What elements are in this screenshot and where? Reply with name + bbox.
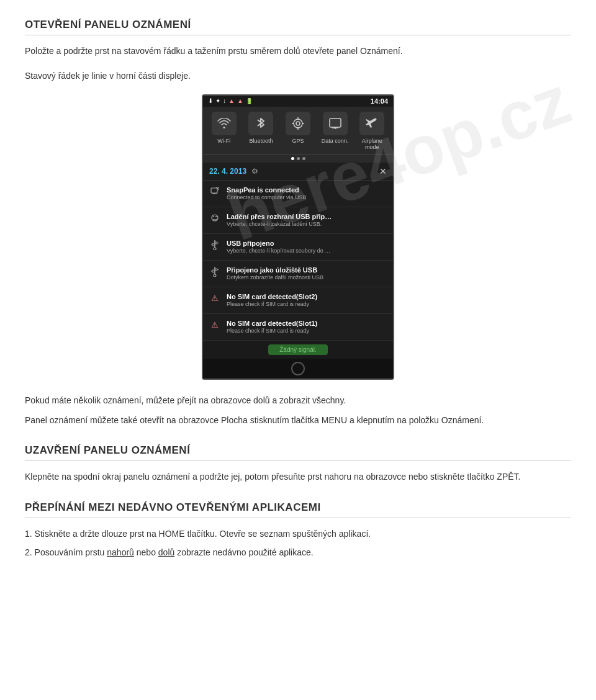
notif-item-debug[interactable]: Ladění přes rozhraní USB přip… Vyberte, … — [203, 207, 393, 234]
dot-1 — [291, 157, 294, 160]
notif-subtitle-usb2: Dotykem zobrazíte další možnosti USB — [227, 274, 323, 282]
qs-data-icon — [323, 112, 348, 135]
dot-3 — [302, 157, 305, 160]
svg-line-12 — [218, 187, 219, 188]
section3-item-1: 1. Stiskněte a držte dlouze prst na HOME… — [25, 527, 571, 541]
qs-wifi-label: Wi-Fi — [217, 138, 230, 144]
notif-title-sim2: No SIM card detected(Slot2) — [227, 292, 317, 301]
svg-rect-9 — [211, 188, 217, 193]
dot-2 — [297, 157, 300, 160]
status-icon-3: ↓ — [223, 97, 226, 104]
svg-rect-18 — [212, 243, 214, 246]
notif-subtitle-sim2: Please check if SIM card is ready — [227, 301, 317, 308]
notif-icon-warning1: ⚠ — [209, 320, 220, 330]
notif-icon-usb2 — [209, 267, 220, 279]
notif-item-snappea[interactable]: SnapPea is connected Connected to comput… — [203, 181, 393, 207]
notif-content-snappea: SnapPea is connected Connected to comput… — [227, 186, 307, 202]
intro-text-line2: Stavový řádek je linie v horní části dis… — [25, 69, 571, 83]
qs-bluetooth-icon — [248, 112, 273, 135]
svg-point-1 — [296, 122, 300, 125]
svg-point-15 — [213, 216, 214, 217]
status-icon-1: ⬇ — [208, 97, 213, 104]
notif-title-snappea: SnapPea is connected — [227, 186, 307, 194]
qs-wifi-icon — [212, 112, 237, 135]
svg-point-20 — [214, 248, 216, 250]
notif-subtitle-debug: Vyberte, chcete-li zakázat ladění USB. — [227, 221, 332, 228]
svg-rect-25 — [215, 269, 217, 271]
notif-subtitle-snappea: Connected to computer via USB — [227, 194, 307, 202]
phone-screenshot: ⬇ ✦ ↓ ▲ ▲ 🔋 14:04 Wi-Fi — [202, 94, 394, 380]
qs-gps-label: GPS — [292, 138, 304, 144]
notif-icon-usb1 — [209, 240, 220, 252]
qs-airplane-icon — [359, 112, 384, 135]
notif-item-usb2[interactable]: Připojeno jako úložiště USB Dotykem zobr… — [203, 261, 393, 287]
notif-item-usb1[interactable]: USB připojeno Vyberte, chcete-li kopírov… — [203, 234, 393, 261]
status-bar: ⬇ ✦ ↓ ▲ ▲ 🔋 14:04 — [203, 96, 393, 107]
notif-item-sim2[interactable]: ⚠ No SIM card detected(Slot2) Please che… — [203, 287, 393, 314]
section1-title: OTEVŘENÍ PANELU OZNÁMENÍ — [25, 19, 571, 35]
status-time: 14:04 — [371, 97, 388, 105]
settings-icon[interactable]: ⚙ — [251, 167, 258, 176]
svg-rect-19 — [215, 242, 217, 244]
after-image-text: Pokud máte několik oznámení, můžete přej… — [25, 393, 571, 407]
no-signal-btn: Žádný signál. — [268, 344, 327, 355]
section3-title: PŘEPÍNÁNÍ MEZI NEDÁVNO OTEVŘENÝMI APLIKA… — [25, 501, 571, 518]
qs-bluetooth-label: Bluetooth — [249, 138, 273, 144]
svg-rect-24 — [212, 270, 214, 272]
notif-title-debug: Ladění přes rozhraní USB přip… — [227, 212, 332, 221]
qs-gps-icon — [286, 112, 310, 135]
svg-point-14 — [212, 215, 218, 221]
notif-title-sim1: No SIM card detected(Slot1) — [227, 319, 317, 328]
date-close-icon[interactable]: ✕ — [379, 166, 387, 176]
date-row: 22. 4. 2013 ⚙ ✕ — [203, 163, 393, 181]
notif-content-sim2: No SIM card detected(Slot2) Please check… — [227, 292, 317, 308]
qs-gps[interactable]: GPS — [279, 112, 317, 150]
notif-content-sim1: No SIM card detected(Slot1) Please check… — [227, 319, 317, 335]
notif-title-usb1: USB připojeno — [227, 239, 330, 248]
notif-item-sim1[interactable]: ⚠ No SIM card detected(Slot1) Please che… — [203, 314, 393, 341]
notif-content-usb2: Připojeno jako úložiště USB Dotykem zobr… — [227, 266, 323, 282]
svg-point-16 — [215, 216, 217, 217]
qs-airplane-label: Airplane mode — [362, 138, 382, 150]
section3-item-2: 2. Posouváním prstu nahorů nebo dolů zob… — [25, 545, 571, 559]
battery-icon: 🔋 — [246, 98, 253, 104]
section2-title: UZAVŘENÍ PANELU OZNÁMENÍ — [25, 444, 571, 461]
qs-data[interactable]: Data conn. — [317, 112, 354, 150]
qs-wifi[interactable]: Wi-Fi — [205, 112, 243, 150]
home-row — [203, 359, 393, 379]
notif-icon-snappea — [209, 187, 220, 197]
notif-content-usb1: USB připojeno Vyberte, chcete-li kopírov… — [227, 239, 330, 255]
bottom-signal-bar: Žádný signál. — [203, 341, 393, 359]
panel-text: Panel oznámení můžete také otevřít na ob… — [25, 413, 571, 427]
notif-content-debug: Ladění přes rozhraní USB přip… Vyberte, … — [227, 212, 332, 228]
status-icon-4: ▲ — [228, 97, 235, 104]
notif-subtitle-usb1: Vyberte, chcete-li kopírovat soubory do … — [227, 248, 330, 255]
notif-icon-warning2: ⚠ — [209, 294, 220, 303]
svg-point-26 — [214, 274, 216, 277]
notif-subtitle-sim1: Please check if SIM card is ready — [227, 328, 317, 335]
qs-airplane[interactable]: Airplane mode — [353, 112, 391, 150]
status-icon-2: ✦ — [215, 97, 220, 104]
home-button[interactable] — [291, 362, 305, 375]
date-text: 22. 4. 2013 — [209, 167, 246, 176]
notification-list: SnapPea is connected Connected to comput… — [203, 181, 393, 341]
notif-icon-debug — [209, 213, 220, 224]
status-icon-5: ▲ — [237, 97, 243, 104]
qs-bluetooth[interactable]: Bluetooth — [243, 112, 280, 150]
quick-settings: Wi-Fi Bluetooth GPS — [203, 107, 393, 155]
section3-item-1-text: Stiskněte a držte dlouze prst na HOME tl… — [35, 529, 371, 539]
notif-title-usb2: Připojeno jako úložiště USB — [227, 266, 323, 274]
svg-point-0 — [294, 119, 302, 128]
intro-text-line1: Položte a podržte prst na stavovém řádku… — [25, 44, 571, 58]
qs-data-label: Data conn. — [322, 138, 349, 144]
close-icon[interactable]: ✕ — [379, 166, 387, 176]
dots-indicator — [203, 155, 393, 163]
section2-text: Klepněte na spodní okraj panelu oznámení… — [25, 470, 571, 483]
svg-rect-6 — [330, 119, 341, 127]
status-icons: ⬇ ✦ ↓ ▲ ▲ 🔋 — [208, 97, 253, 104]
